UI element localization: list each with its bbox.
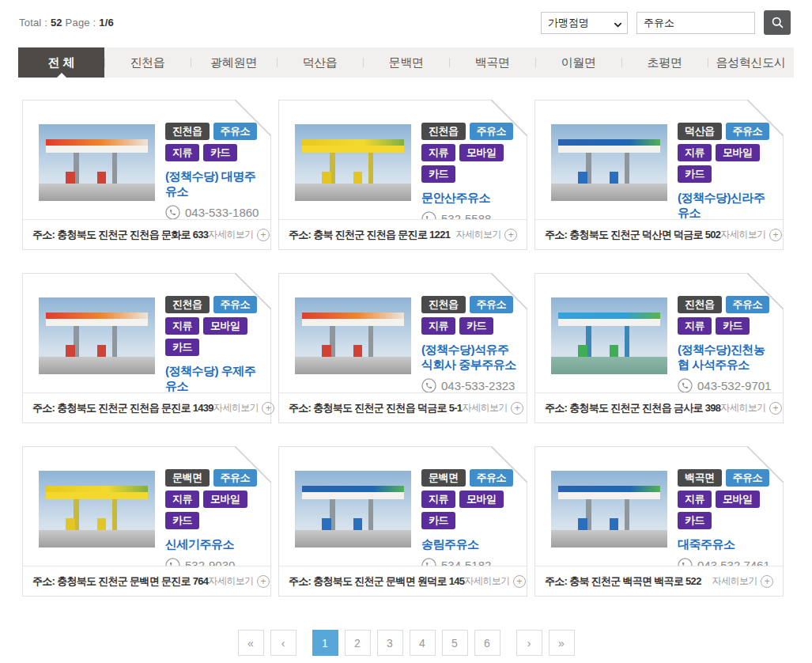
- search-input[interactable]: [636, 12, 755, 34]
- station-photo-link[interactable]: [551, 297, 667, 374]
- badge-pay: 모바일: [459, 491, 504, 508]
- page-button-1[interactable]: 1: [312, 630, 338, 656]
- tab-문백면[interactable]: 문백면: [363, 47, 449, 78]
- tab-label: 이월면: [561, 55, 595, 70]
- detail-link[interactable]: 자세히보기 +: [208, 574, 270, 588]
- phone-icon: [165, 205, 180, 220]
- station-card: 진천읍주유소지류모바일카드 (정책수당) 우제주유소 043-533-2121: [22, 273, 271, 423]
- station-name-link[interactable]: (정책수당)진천농협 사석주유소: [678, 343, 776, 373]
- detail-link[interactable]: 자세히보기 +: [456, 228, 518, 241]
- gas-station-canopy: [46, 139, 148, 152]
- station-photo-link[interactable]: [551, 124, 667, 201]
- tab-이월면[interactable]: 이월면: [535, 47, 621, 78]
- search-bar: 가맹점명: [541, 10, 791, 35]
- gas-station-ground: [551, 530, 667, 547]
- gas-station-canopy: [558, 139, 660, 152]
- gas-station-pump: [322, 172, 331, 184]
- page-first-button[interactable]: «: [238, 630, 264, 656]
- page-button-5[interactable]: 5: [442, 630, 468, 656]
- gas-station-pump: [66, 172, 75, 184]
- badge-pay: 모바일: [203, 491, 247, 508]
- gas-station-ground: [39, 357, 155, 374]
- gas-station-pillar: [368, 499, 374, 531]
- card-top: 진천읍주유소지류모바일카드 (정책수당) 우제주유소 043-533-2121: [23, 274, 270, 393]
- page-button-3[interactable]: 3: [377, 630, 403, 656]
- detail-link[interactable]: 자세히보기 +: [712, 574, 774, 588]
- pagination: «‹123456›»: [0, 630, 812, 656]
- station-photo-link[interactable]: [551, 471, 667, 547]
- gas-station-pillar: [625, 499, 630, 531]
- station-name-link[interactable]: (정책수당) 우제주유소: [165, 364, 263, 394]
- category-select[interactable]: 가맹점명: [541, 12, 628, 34]
- station-photo-link[interactable]: [39, 124, 155, 201]
- card-top: 문백면주유소지류모바일카드 송림주유소 534-5182: [279, 447, 527, 566]
- tab-덕산읍[interactable]: 덕산읍: [277, 47, 363, 78]
- station-name-link[interactable]: (정책수당)석유주식회사 중부주유소: [421, 343, 519, 373]
- tab-진천읍[interactable]: 진천읍: [104, 47, 191, 78]
- card-top: 문백면주유소지류모바일카드 신세기주유소 532-9030: [23, 447, 270, 566]
- card-footer: 주소: 충청북도 진천군 문백면 문진로 764 자세히보기 +: [23, 566, 270, 596]
- plus-icon: +: [257, 229, 270, 241]
- badge-pay: 카드: [165, 339, 199, 356]
- card-fold-corner: [747, 273, 784, 309]
- station-photo-link[interactable]: [39, 297, 155, 374]
- station-card: 진천읍주유소지류카드 (정책수당) 대명주유소 043-533-1860: [22, 100, 271, 250]
- station-name-link[interactable]: 대죽주유소: [678, 537, 776, 552]
- phone-number: 043-533-2323: [441, 379, 515, 392]
- plus-icon: +: [504, 229, 517, 241]
- gas-station-pillar: [112, 153, 118, 184]
- plus-icon: +: [769, 229, 782, 241]
- detail-link[interactable]: 자세히보기 +: [208, 228, 270, 241]
- detail-label: 자세히보기: [456, 228, 502, 241]
- station-photo-link[interactable]: [295, 297, 411, 374]
- tab-광혜원면[interactable]: 광혜원면: [191, 47, 277, 78]
- page-last-button[interactable]: »: [549, 630, 575, 656]
- tab-초평면[interactable]: 초평면: [621, 47, 708, 78]
- tab-백곡면[interactable]: 백곡면: [449, 47, 535, 78]
- page-prev-button[interactable]: ‹: [270, 630, 296, 656]
- station-info: 백곡면주유소지류모바일카드 대죽주유소 043.532.7461: [678, 469, 776, 573]
- badge-region: 문백면: [165, 469, 210, 487]
- station-name-link[interactable]: 문안산주유소: [421, 191, 519, 206]
- page-next-button[interactable]: ›: [516, 630, 542, 656]
- card-footer: 주소: 충북 진천군 진천읍 문진로 1221 자세히보기 +: [279, 219, 527, 249]
- total-count: 52: [51, 17, 62, 28]
- badge-region: 진천읍: [165, 123, 210, 140]
- gas-station-pump: [610, 172, 619, 184]
- card-top: 진천읍주유소지류카드 (정책수당) 대명주유소 043-533-1860: [23, 100, 270, 220]
- detail-link[interactable]: 자세히보기 +: [213, 401, 275, 415]
- gas-station-pump: [610, 345, 619, 357]
- page-button-2[interactable]: 2: [345, 630, 371, 656]
- tab-전체[interactable]: 전 체: [18, 47, 104, 78]
- detail-link[interactable]: 자세히보기 +: [720, 401, 782, 415]
- station-name-link[interactable]: (정책수당)신라주유소: [678, 191, 776, 221]
- badge-pay: 지류: [421, 317, 455, 335]
- card-top: 진천읍주유소지류모바일카드 문안산주유소 532-5588: [279, 100, 527, 220]
- station-info: 진천읍주유소지류카드 (정책수당) 대명주유소 043-533-1860: [165, 123, 263, 220]
- station-photo-link[interactable]: [295, 471, 411, 547]
- page-button-6[interactable]: 6: [474, 630, 500, 656]
- search-button[interactable]: [764, 10, 791, 35]
- gas-station-pump: [322, 518, 331, 530]
- badge-pay: 모바일: [459, 144, 504, 161]
- result-summary: Total : 52 Page : 1/6: [19, 17, 114, 28]
- tab-label: 음성혁신도시: [716, 55, 785, 70]
- detail-link[interactable]: 자세히보기 +: [720, 228, 782, 241]
- gas-station-pump: [353, 172, 363, 184]
- tab-음성혁신도시[interactable]: 음성혁신도시: [708, 47, 794, 78]
- station-address: 주소: 충청북도 진천군 문백면 원덕로 145: [289, 574, 464, 589]
- station-photo-link[interactable]: [39, 471, 155, 547]
- station-grid: 진천읍주유소지류카드 (정책수당) 대명주유소 043-533-1860: [22, 100, 793, 597]
- detail-link[interactable]: 자세히보기 +: [462, 401, 523, 415]
- badge-pay: 지류: [165, 144, 199, 161]
- station-name-link[interactable]: 신세기주유소: [165, 537, 263, 552]
- station-name-link[interactable]: (정책수당) 대명주유소: [165, 169, 263, 199]
- top-bar: Total : 52 Page : 1/6 가맹점명: [0, 0, 812, 35]
- station-name-link[interactable]: 송림주유소: [421, 537, 519, 552]
- badge-region: 진천읍: [678, 296, 722, 313]
- detail-link[interactable]: 자세히보기 +: [464, 574, 526, 588]
- station-photo-link[interactable]: [295, 124, 411, 201]
- gas-station-canopy: [558, 313, 660, 325]
- page-button-4[interactable]: 4: [410, 630, 436, 656]
- card-top: 진천읍주유소지류카드 (정책수당)진천농협 사석주유소 043-532-9701: [535, 274, 783, 393]
